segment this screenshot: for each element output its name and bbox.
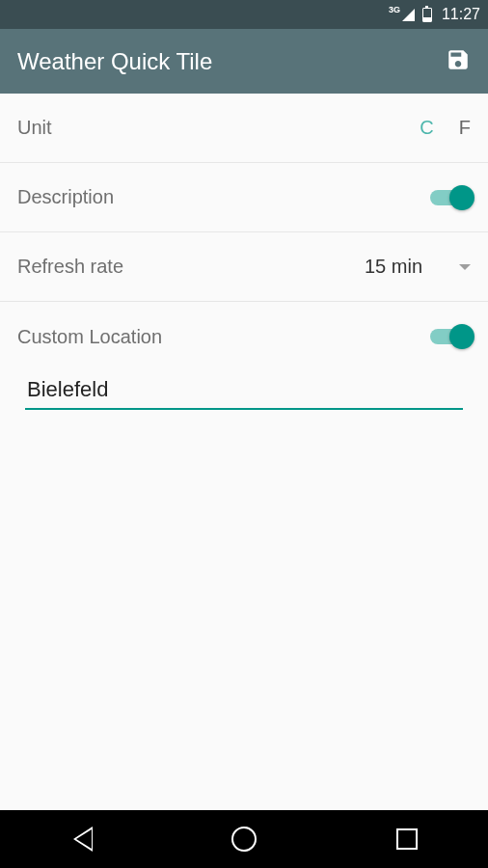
save-button[interactable] — [446, 47, 471, 76]
recents-icon — [396, 828, 418, 850]
recents-button[interactable] — [368, 810, 446, 868]
page-title: Weather Quick Tile — [17, 48, 212, 75]
settings-content: Unit C F Description Refresh rate 15 min… — [0, 94, 488, 418]
location-input[interactable] — [25, 371, 463, 410]
battery-icon — [422, 8, 432, 22]
unit-row: Unit C F — [0, 94, 488, 163]
home-icon — [231, 827, 257, 852]
clock: 11:27 — [442, 6, 480, 23]
home-button[interactable] — [205, 810, 283, 868]
custom-location-toggle[interactable] — [430, 329, 471, 344]
custom-location-row: Custom Location — [0, 302, 488, 371]
unit-fahrenheit-button[interactable]: F — [459, 117, 471, 139]
refresh-label: Refresh rate — [17, 256, 123, 278]
chevron-down-icon — [459, 264, 471, 270]
status-bar: 3G 11:27 — [0, 0, 488, 29]
navigation-bar — [0, 810, 488, 868]
back-icon — [71, 827, 91, 852]
signal-icon — [402, 9, 415, 21]
description-row: Description — [0, 163, 488, 232]
refresh-row: Refresh rate 15 min — [0, 232, 488, 302]
custom-location-label: Custom Location — [17, 326, 162, 348]
app-bar: Weather Quick Tile — [0, 29, 488, 94]
refresh-value: 15 min — [365, 256, 422, 278]
unit-celsius-button[interactable]: C — [420, 117, 433, 139]
network-status: 3G — [389, 5, 400, 14]
description-label: Description — [17, 186, 114, 208]
refresh-dropdown[interactable]: 15 min — [365, 256, 471, 278]
location-input-wrapper — [0, 371, 488, 418]
description-toggle[interactable] — [430, 190, 471, 205]
back-button[interactable] — [42, 810, 120, 868]
unit-options: C F — [420, 117, 471, 139]
unit-label: Unit — [17, 117, 52, 139]
